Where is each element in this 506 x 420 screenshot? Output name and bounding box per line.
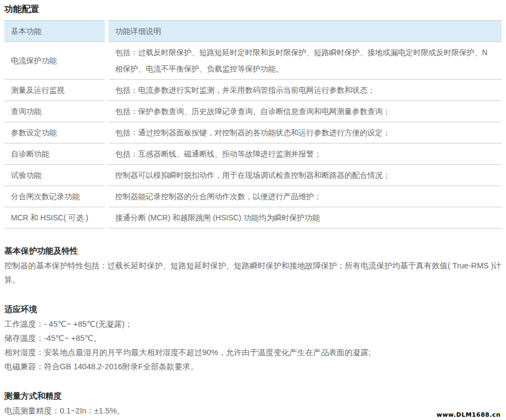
table-row: 试验功能 控制器可以模拟瞬时脱扣动作，用于在现场调试检查控制器和断路器的配合情况…	[4, 165, 502, 186]
table-row: 查询功能 包括：保护参数查询、历史故障记录查询、自诊断信息查询和电网测量参数查询…	[4, 101, 502, 122]
row-desc-cell: 控制器能记录控制器的分合闸动作次数，以便进行产品维护；	[109, 186, 502, 207]
section-line-operating-temp: 工作温度：- 45℃~ +85℃(无凝露)；	[4, 317, 502, 331]
section-heading: 测量方式和精度	[4, 374, 502, 404]
row-label-cell: 分合闸次数记录功能	[4, 186, 105, 207]
section-line: 控制器的基本保护特性包括：过载长延时保护、短路短延时保护、短路瞬时保护和接地故障…	[4, 259, 502, 287]
row-desc-cell: 控制器可以模拟瞬时脱扣动作，用于在现场调试检查控制器和断路器的配合情况；	[109, 165, 502, 186]
row-desc-cell: 接通分断 (MCR) 和越限跳闸 (HSISC) 功能均为瞬时保护功能	[109, 207, 502, 229]
watermark: www.DLM1688.cn	[437, 411, 501, 418]
table-row: MCR 和 HSISC( 可选 ) 接通分断 (MCR) 和越限跳闸 (HSIS…	[4, 207, 502, 229]
section-line-storage-temp: 储存温度：-45℃~ +85℃。	[4, 331, 502, 345]
section-line-accuracy: 电流测量精度：0.1~2In：±1.5%。	[4, 404, 502, 418]
column-gap	[105, 101, 109, 122]
table-row: 电流保护功能 包括：过载反时限保护、短路短延时定时限和反时限保护、短路瞬时保护、…	[4, 42, 502, 80]
column-gap	[105, 122, 109, 143]
row-desc-cell: 包括：保护参数查询、历史故障记录查询、自诊断信息查询和电网测量参数查询；	[109, 101, 502, 122]
row-desc-cell: 包括：过载反时限保护、短路短延时定时限和反时限保护、短路瞬时保护、接地或漏电定时…	[109, 42, 502, 80]
row-desc-cell: 包括：通过控制器面板按键，对控制器的各功能状态和运行参数进行方便的设定；	[109, 122, 502, 143]
table-header-function-detail: 功能详细说明	[109, 20, 502, 42]
column-gap	[105, 143, 109, 165]
page-title: 功能配置	[4, 0, 502, 20]
column-gap	[105, 20, 109, 42]
column-gap	[105, 186, 109, 207]
row-label-cell: 电流保护功能	[4, 42, 105, 80]
row-label-cell: 参数设定功能	[4, 122, 105, 143]
table-row: 自诊断功能 包括：互感器断线、磁通断线、拒动等故障进行监测并报警；	[4, 143, 502, 165]
row-desc-cell: 包括：互感器断线、磁通断线、拒动等故障进行监测并报警；	[109, 143, 502, 165]
section-environment: 适应环境 工作温度：- 45℃~ +85℃(无凝露)； 储存温度：-45℃~ +…	[4, 287, 502, 374]
column-gap	[105, 207, 109, 229]
row-label-cell: 测量及运行监视	[4, 80, 105, 101]
section-heading: 适应环境	[4, 287, 502, 317]
row-label-cell: 查询功能	[4, 101, 105, 122]
row-desc-cell: 包括：电流参数进行实时监测，并采用数码管指示当前电网运行参数和状态；	[109, 80, 502, 101]
row-label-cell: 自诊断功能	[4, 143, 105, 165]
table-header-row: 基本功能 功能详细说明	[4, 20, 502, 42]
table-row: 测量及运行监视 包括：电流参数进行实时监测，并采用数码管指示当前电网运行参数和状…	[4, 80, 502, 101]
table-row: 分合闸次数记录功能 控制器能记录控制器的分合闸动作次数，以便进行产品维护；	[4, 186, 502, 207]
section-line-emc: 电磁兼容：符合GB 14048.2-2016附录F全部条款要求。	[4, 359, 502, 374]
column-gap	[105, 80, 109, 101]
section-basic-protection: 基本保护功能及特性 控制器的基本保护特性包括：过载长延时保护、短路短延时保护、短…	[4, 229, 502, 287]
row-label-cell: 试验功能	[4, 165, 105, 186]
column-gap	[105, 165, 109, 186]
feature-table: 基本功能 功能详细说明 电流保护功能 包括：过载反时限保护、短路短延时定时限和反…	[4, 20, 502, 229]
column-gap	[105, 42, 109, 80]
section-heading: 基本保护功能及特性	[4, 229, 502, 259]
table-row: 参数设定功能 包括：通过控制器面板按键，对控制器的各功能状态和运行参数进行方便的…	[4, 122, 502, 143]
row-label-cell: MCR 和 HSISC( 可选 )	[4, 207, 105, 229]
page: 功能配置 基本功能 功能详细说明 电流保护功能 包括：过载反时限保护、短路短延时…	[0, 0, 506, 420]
table-header-basic-function: 基本功能	[4, 20, 105, 42]
section-measurement: 测量方式和精度 电流测量精度：0.1~2In：±1.5%。	[4, 374, 502, 418]
section-line-humidity: 相对湿度：安装地点最湿月的月平均最大相对湿度不超过90%，允许由于温度变化产生在…	[4, 345, 502, 359]
